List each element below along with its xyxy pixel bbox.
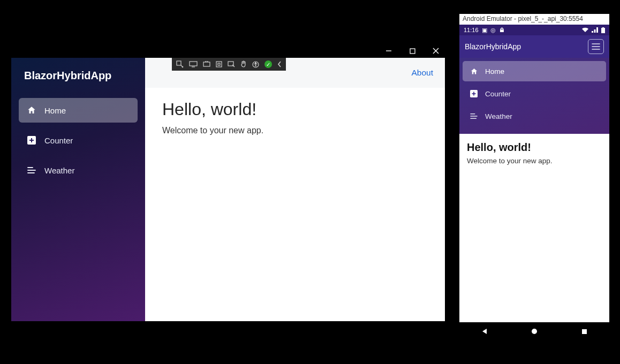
page-subheading: Welcome to your new app. xyxy=(162,126,428,135)
top-bar: ✓ About xyxy=(145,58,445,88)
overview-button[interactable] xyxy=(579,327,589,336)
lock-icon: 🔒︎ xyxy=(499,27,505,33)
svg-rect-11 xyxy=(203,62,210,66)
maximize-button[interactable] xyxy=(407,46,417,56)
devtools-toolbar: ✓ xyxy=(172,58,286,71)
inspect-icon[interactable] xyxy=(228,61,235,67)
circle-icon: ◎ xyxy=(490,27,496,34)
about-link[interactable]: About xyxy=(411,68,433,78)
chevron-left-icon[interactable] xyxy=(277,61,282,67)
close-button[interactable] xyxy=(431,46,441,56)
list-icon xyxy=(26,165,37,176)
nav-item-label: Weather xyxy=(485,112,512,120)
svg-rect-13 xyxy=(218,63,220,65)
wifi-icon xyxy=(582,27,588,33)
android-emulator: Android Emulator - pixel_5_-_api_30:5554… xyxy=(459,14,609,340)
status-bar: 11:16 ▣ ◎ 🔒︎ xyxy=(459,25,609,35)
svg-rect-18 xyxy=(602,27,604,28)
battery-icon xyxy=(601,27,605,33)
back-button[interactable] xyxy=(480,327,489,336)
debug-icon: ▣ xyxy=(482,27,487,34)
app-brand: BlazorHybridApp xyxy=(11,58,145,98)
page-heading: Hello, world! xyxy=(162,100,428,119)
svg-rect-8 xyxy=(177,61,181,65)
plus-icon xyxy=(469,89,479,98)
nav-item-weather[interactable]: Weather xyxy=(463,106,606,126)
svg-point-26 xyxy=(532,329,537,334)
share-icon[interactable] xyxy=(203,61,210,67)
list-icon xyxy=(469,111,479,121)
android-nav-bar xyxy=(459,322,609,340)
ok-check-icon[interactable]: ✓ xyxy=(264,60,272,68)
app-bar: BlazorHybridApp xyxy=(459,35,609,58)
page-subheading: Welcome to your new app. xyxy=(467,157,602,165)
nav-menu: Home Counter Weather xyxy=(459,58,609,134)
sidebar-item-label: Home xyxy=(44,106,66,115)
page-heading: Hello, world! xyxy=(467,141,602,154)
status-time: 11:16 xyxy=(464,27,479,33)
app-brand: BlazorHybridApp xyxy=(465,42,521,51)
nav-item-counter[interactable]: Counter xyxy=(463,84,606,104)
sidebar-item-weather[interactable]: Weather xyxy=(19,158,138,183)
menu-toggle-button[interactable] xyxy=(588,39,604,54)
device-icon[interactable] xyxy=(189,61,198,67)
svg-rect-1 xyxy=(410,49,415,54)
sidebar: BlazorHybridApp Home Counter xyxy=(11,58,145,321)
hand-icon[interactable] xyxy=(240,60,247,68)
nav-item-home[interactable]: Home xyxy=(463,61,606,81)
home-button[interactable] xyxy=(530,327,539,336)
sidebar-item-label: Counter xyxy=(44,136,73,145)
nav-item-label: Home xyxy=(485,67,504,75)
svg-point-16 xyxy=(255,62,256,63)
sidebar-item-home[interactable]: Home xyxy=(19,98,138,123)
svg-rect-27 xyxy=(582,329,587,334)
home-icon xyxy=(469,66,479,76)
sidebar-item-label: Weather xyxy=(44,166,74,175)
select-icon[interactable] xyxy=(176,60,184,68)
plus-icon xyxy=(26,135,37,146)
emulator-title: Android Emulator - pixel_5_-_api_30:5554 xyxy=(459,14,609,25)
window-titlebar xyxy=(11,44,445,58)
signal-icon xyxy=(592,27,598,33)
box-icon[interactable] xyxy=(216,61,222,67)
minimize-button[interactable] xyxy=(384,46,394,56)
page-content: Hello, world! Welcome to your new app. xyxy=(145,88,445,147)
sidebar-item-counter[interactable]: Counter xyxy=(19,128,138,153)
svg-rect-12 xyxy=(216,62,222,67)
svg-rect-9 xyxy=(190,62,197,66)
nav-item-label: Counter xyxy=(485,90,511,98)
home-icon xyxy=(26,105,37,116)
accessibility-icon[interactable] xyxy=(252,61,259,68)
desktop-window: BlazorHybridApp Home Counter xyxy=(11,44,445,321)
device-screen: 11:16 ▣ ◎ 🔒︎ BlazorHybridApp Hom xyxy=(459,25,609,340)
main-area: ✓ About Hello, world! Welcome to your ne… xyxy=(145,58,445,321)
page-content: Hello, world! Welcome to your new app. xyxy=(459,134,609,322)
svg-rect-17 xyxy=(601,28,605,33)
